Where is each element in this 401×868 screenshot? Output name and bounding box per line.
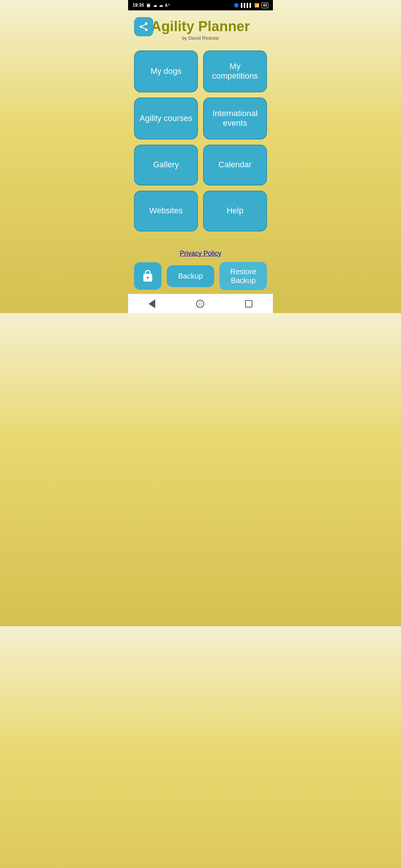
help-button[interactable]: Help bbox=[203, 191, 267, 231]
battery-level: 44 bbox=[263, 3, 267, 7]
international-events-button[interactable]: International events bbox=[203, 98, 267, 139]
backup-button[interactable]: Backup bbox=[167, 265, 214, 287]
font-icon: A⁺ bbox=[165, 3, 170, 8]
status-left: 19:35 ⏰ ☁ ☁ A⁺ bbox=[133, 3, 170, 8]
privacy-policy-link[interactable]: Privacy Policy bbox=[180, 250, 221, 257]
cloud-icon: ☁ bbox=[153, 3, 157, 8]
websites-button[interactable]: Websites bbox=[134, 191, 198, 231]
header: Agility Planner by David Redolar bbox=[128, 10, 273, 47]
nav-home-button[interactable] bbox=[189, 297, 212, 311]
alarm-icon: ⏰ bbox=[146, 3, 151, 8]
navigation-bar bbox=[128, 294, 273, 313]
restore-backup-button[interactable]: Restore Backup bbox=[219, 262, 267, 290]
lock-button[interactable] bbox=[134, 262, 162, 290]
bluetooth-icon: 🔵 bbox=[234, 3, 239, 8]
share-button[interactable] bbox=[134, 17, 153, 36]
nav-back-button[interactable] bbox=[141, 296, 163, 311]
app-subtitle: by David Redolar bbox=[182, 35, 219, 41]
footer-buttons: Backup Restore Backup bbox=[134, 262, 267, 290]
my-competitions-button[interactable]: My competitions bbox=[203, 50, 267, 92]
cloud2-icon: ☁ bbox=[159, 3, 163, 8]
share-icon bbox=[138, 22, 149, 32]
status-time: 19:35 bbox=[133, 3, 144, 8]
calendar-button[interactable]: Calendar bbox=[203, 145, 267, 185]
home-icon bbox=[196, 300, 204, 308]
signal-icon: ▌▌▌▌ bbox=[241, 3, 252, 7]
status-right: 🔵 ▌▌▌▌ 📶 44 bbox=[234, 3, 268, 8]
main-grid: My dogs My competitions Agility courses … bbox=[128, 47, 273, 231]
my-dogs-button[interactable]: My dogs bbox=[134, 50, 198, 92]
gallery-button[interactable]: Gallery bbox=[134, 145, 198, 185]
app-title: Agility Planner bbox=[151, 19, 250, 34]
nav-recents-button[interactable] bbox=[238, 297, 260, 310]
footer: Privacy Policy Backup Restore Backup bbox=[128, 244, 273, 294]
agility-courses-button[interactable]: Agility courses bbox=[134, 98, 198, 139]
recents-icon bbox=[245, 300, 252, 308]
lock-icon bbox=[141, 269, 154, 283]
wifi-icon: 📶 bbox=[254, 3, 260, 8]
status-bar: 19:35 ⏰ ☁ ☁ A⁺ 🔵 ▌▌▌▌ 📶 44 bbox=[128, 0, 273, 10]
battery-indicator: 44 bbox=[261, 3, 268, 8]
back-icon bbox=[149, 299, 155, 308]
